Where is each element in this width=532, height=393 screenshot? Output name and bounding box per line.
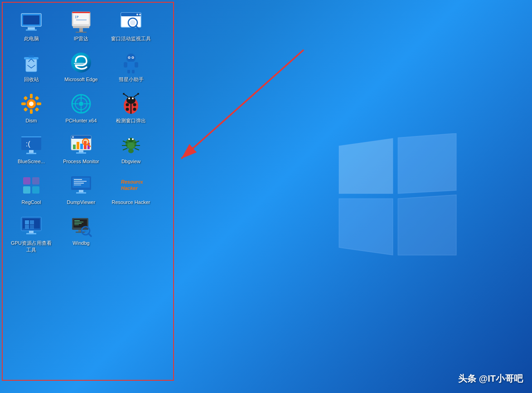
- dism-icon[interactable]: Dism: [6, 89, 56, 126]
- watermark: 头条 @IT小哥吧: [458, 373, 523, 385]
- svg-point-35: [129, 57, 130, 58]
- svg-rect-120: [74, 220, 80, 221]
- regcool-icon[interactable]: RegCool: [6, 171, 56, 208]
- gpu-tool-label: GPU资源占用查看工具: [9, 240, 54, 253]
- svg-point-27: [126, 53, 135, 63]
- recycle-bin-label: 回收站: [24, 76, 39, 82]
- svg-rect-43: [24, 96, 28, 100]
- svg-rect-102: [74, 179, 82, 180]
- svg-rect-76: [77, 142, 79, 149]
- this-pc-icon[interactable]: 此电脑: [6, 7, 56, 44]
- svg-rect-75: [73, 145, 76, 149]
- gpu-tool-icon[interactable]: GPU资源占用查看工具: [6, 212, 56, 256]
- comet-assistant-icon[interactable]: 彗星小助手: [106, 48, 156, 85]
- bluescreen-icon[interactable]: :( BlueScree...: [6, 130, 56, 167]
- svg-point-94: [128, 138, 130, 140]
- svg-rect-104: [74, 183, 84, 184]
- svg-line-90: [123, 148, 127, 150]
- gpu-tool-image: [19, 214, 43, 238]
- svg-rect-41: [21, 102, 26, 105]
- svg-text:Resource: Resource: [121, 179, 143, 184]
- svg-point-61: [128, 97, 130, 99]
- svg-rect-103: [74, 181, 87, 182]
- svg-rect-116: [29, 231, 34, 233]
- svg-rect-121: [74, 222, 83, 223]
- svg-point-22: [130, 20, 135, 25]
- svg-point-18: [136, 14, 138, 15]
- svg-point-49: [79, 102, 83, 106]
- edge-icon[interactable]: Microsoft Edge: [56, 48, 106, 85]
- regcool-label: RegCool: [22, 199, 41, 205]
- svg-rect-7: [26, 29, 37, 31]
- windows-logo: [333, 133, 459, 260]
- recycle-bin-image: [19, 51, 43, 74]
- pchunter-icon[interactable]: PCHunter x64: [56, 89, 106, 126]
- window-monitor-label: 窗口活动监视工具: [111, 35, 151, 42]
- svg-text:Hacker: Hacker: [121, 185, 138, 191]
- svg-rect-31: [127, 70, 130, 73]
- svg-rect-70: [26, 153, 36, 154]
- svg-rect-123: [74, 224, 79, 225]
- regcool-image: [19, 174, 43, 197]
- svg-rect-99: [32, 186, 39, 194]
- svg-point-19: [139, 14, 141, 15]
- comet-assistant-label: 彗星小助手: [119, 76, 144, 82]
- svg-rect-114: [25, 225, 29, 229]
- resource-hacker-label: Resource Hacker: [112, 199, 150, 205]
- svg-rect-107: [76, 192, 86, 194]
- window-monitor-icon[interactable]: 窗口活动监视工具: [106, 7, 156, 44]
- svg-rect-13: [79, 28, 83, 32]
- edge-label: Microsoft Edge: [64, 76, 97, 82]
- this-pc-label: 此电脑: [24, 35, 39, 42]
- svg-rect-39: [30, 94, 33, 98]
- windbg-icon[interactable]: 01 Windbg: [56, 212, 106, 256]
- svg-point-57: [126, 103, 129, 106]
- windbg-image: 01: [69, 214, 93, 238]
- recycle-bin-icon[interactable]: 回收站: [6, 48, 56, 85]
- svg-point-36: [132, 57, 133, 58]
- pchunter-image: [69, 92, 93, 116]
- svg-rect-122: [74, 223, 82, 224]
- svg-point-65: [123, 93, 125, 95]
- svg-rect-105: [74, 184, 81, 185]
- svg-rect-112: [25, 220, 29, 224]
- window-monitor-image: [119, 10, 143, 34]
- svg-rect-46: [35, 107, 39, 112]
- detect-popup-icon[interactable]: 检测窗口弹出: [106, 89, 156, 126]
- svg-rect-68: [21, 136, 41, 137]
- svg-rect-40: [30, 109, 33, 114]
- resource-hacker-icon[interactable]: Resource Hacker Resource Hacker: [106, 171, 156, 208]
- svg-rect-83: [76, 152, 86, 154]
- svg-rect-97: [32, 177, 39, 184]
- svg-rect-14: [76, 32, 87, 33]
- svg-marker-0: [339, 138, 393, 194]
- svg-line-93: [135, 148, 139, 150]
- this-pc-image: [19, 10, 43, 34]
- svg-point-66: [137, 93, 139, 95]
- dbgview-icon[interactable]: Dbgview: [106, 130, 156, 167]
- svg-rect-12: [73, 26, 89, 28]
- svg-point-87: [128, 149, 134, 153]
- pchunter-label: PCHunter x64: [65, 117, 97, 124]
- svg-rect-44: [35, 96, 39, 100]
- svg-marker-3: [398, 194, 456, 255]
- svg-rect-82: [79, 150, 83, 152]
- svg-rect-45: [24, 107, 28, 112]
- svg-point-38: [29, 102, 34, 106]
- ip-radar-image: IP: [69, 10, 93, 34]
- svg-text::(: :(: [26, 140, 30, 148]
- ip-radar-label: IP雷达: [74, 35, 88, 42]
- svg-rect-117: [26, 233, 36, 234]
- svg-rect-69: [29, 150, 34, 153]
- dumpviewer-icon[interactable]: DumpViewer: [56, 171, 106, 208]
- svg-rect-113: [30, 220, 34, 224]
- svg-rect-77: [80, 144, 83, 149]
- svg-text:01: 01: [83, 230, 86, 233]
- svg-point-62: [132, 97, 134, 99]
- desktop-icons-region: 此电脑 IP IP雷达: [2, 2, 174, 381]
- process-monitor-icon[interactable]: Process Monitor: [56, 130, 106, 167]
- windbg-label: Windbg: [73, 240, 89, 246]
- ip-radar-icon[interactable]: IP IP雷达: [56, 7, 106, 44]
- svg-rect-67: [21, 136, 41, 150]
- svg-point-86: [127, 142, 135, 149]
